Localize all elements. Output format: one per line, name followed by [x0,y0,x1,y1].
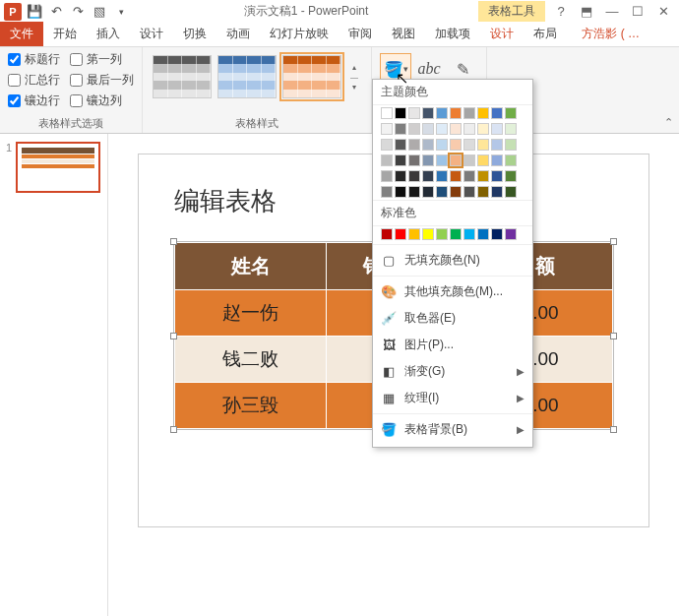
check-first-col[interactable]: 第一列 [70,51,134,68]
tab-file[interactable]: 文件 [0,22,43,46]
redo-button[interactable]: ↷ [69,3,87,21]
color-swatch[interactable] [505,139,517,151]
color-swatch[interactable] [408,139,420,151]
color-swatch[interactable] [395,107,406,119]
tab-design[interactable]: 设计 [130,22,173,46]
color-swatch[interactable] [450,228,462,240]
color-swatch[interactable] [463,107,475,119]
color-swatch[interactable] [505,154,517,166]
check-total-row[interactable]: 汇总行 [8,72,60,89]
color-swatch[interactable] [477,154,489,166]
maximize-button[interactable]: ☐ [628,4,648,19]
color-swatch[interactable] [395,228,406,240]
tab-home[interactable]: 开始 [43,22,87,46]
color-swatch[interactable] [436,228,448,240]
color-swatch[interactable] [408,154,420,166]
picture-fill-item[interactable]: 🖼图片(P)... [373,332,532,358]
collapse-ribbon-button[interactable]: ⌃ [664,116,673,129]
table-background-item[interactable]: 🪣表格背景(B)▶ [373,416,532,443]
check-last-col[interactable]: 最后一列 [70,72,134,89]
selection-handle[interactable] [170,333,177,339]
ribbon-options-button[interactable]: ⬒ [577,4,596,19]
tab-slideshow[interactable]: 幻灯片放映 [260,22,339,46]
color-swatch[interactable] [408,228,420,240]
table-style-1[interactable] [153,55,212,98]
color-swatch[interactable] [491,186,503,198]
gallery-more-button[interactable]: ▴—▾ [347,55,361,98]
more-colors-item[interactable]: 🎨其他填充颜色(M)... [373,278,532,305]
color-swatch[interactable] [477,107,489,119]
color-swatch[interactable] [477,186,489,198]
tab-review[interactable]: 审阅 [339,22,382,46]
color-swatch[interactable] [381,154,393,166]
color-swatch[interactable] [491,123,503,135]
table-styles-gallery[interactable]: ▴—▾ [151,51,363,102]
color-swatch[interactable] [450,107,462,119]
color-swatch[interactable] [450,154,462,166]
tab-addins[interactable]: 加载项 [425,22,480,46]
color-swatch[interactable] [463,228,475,240]
color-swatch[interactable] [381,139,393,151]
color-swatch[interactable] [381,186,393,198]
color-swatch[interactable] [436,139,448,151]
color-swatch[interactable] [408,123,420,135]
start-slideshow-button[interactable]: ▧ [91,3,108,21]
help-button[interactable]: ? [551,4,571,19]
tab-animation[interactable]: 动画 [216,22,260,46]
check-header-row[interactable]: 标题行 [8,51,60,68]
minimize-button[interactable]: — [602,4,622,19]
color-swatch[interactable] [422,139,434,151]
check-banded-row[interactable]: 镶边行 [8,92,60,109]
color-swatch[interactable] [381,170,393,182]
color-swatch[interactable] [422,186,434,198]
color-swatch[interactable] [422,107,434,119]
color-swatch[interactable] [381,107,393,119]
color-swatch[interactable] [436,186,448,198]
no-fill-item[interactable]: ▢无填充颜色(N) [373,247,532,274]
color-swatch[interactable] [436,170,448,182]
color-swatch[interactable] [491,228,503,240]
color-swatch[interactable] [450,123,462,135]
color-swatch[interactable] [491,170,503,182]
color-swatch[interactable] [505,123,517,135]
color-swatch[interactable] [422,123,434,135]
eyedropper-item[interactable]: 💉取色器(E) [373,305,532,332]
save-button[interactable]: 💾 [26,3,43,21]
color-swatch[interactable] [450,139,462,151]
color-swatch[interactable] [408,107,420,119]
color-swatch[interactable] [477,139,489,151]
color-swatch[interactable] [450,170,462,182]
tab-view[interactable]: 视图 [382,22,425,46]
color-swatch[interactable] [505,186,517,198]
color-swatch[interactable] [477,228,489,240]
undo-button[interactable]: ↶ [47,3,65,21]
gradient-fill-item[interactable]: ◧渐变(G)▶ [373,358,532,385]
selection-handle[interactable] [610,238,617,245]
color-swatch[interactable] [422,170,434,182]
slide-thumb-1[interactable]: 1 [6,142,101,193]
color-swatch[interactable] [491,154,503,166]
th-name[interactable]: 姓名 [175,243,327,290]
color-swatch[interactable] [463,170,475,182]
color-swatch[interactable] [463,186,475,198]
tab-transition[interactable]: 切换 [173,22,216,46]
selection-handle[interactable] [170,426,177,433]
color-swatch[interactable] [505,107,517,119]
tab-insert[interactable]: 插入 [87,22,130,46]
color-swatch[interactable] [395,154,406,166]
user-label[interactable]: 方浩影 ( … [572,22,648,46]
color-swatch[interactable] [491,107,503,119]
color-swatch[interactable] [436,123,448,135]
close-button[interactable]: ✕ [653,4,673,19]
color-swatch[interactable] [450,186,462,198]
color-swatch[interactable] [463,154,475,166]
qat-more-button[interactable]: ▾ [112,3,130,21]
color-swatch[interactable] [463,139,475,151]
table-style-3-selected[interactable] [282,55,341,98]
color-swatch[interactable] [395,170,406,182]
selection-handle[interactable] [610,333,617,339]
color-swatch[interactable] [436,154,448,166]
table-style-2[interactable] [217,55,277,98]
color-swatch[interactable] [463,123,475,135]
color-swatch[interactable] [505,170,517,182]
